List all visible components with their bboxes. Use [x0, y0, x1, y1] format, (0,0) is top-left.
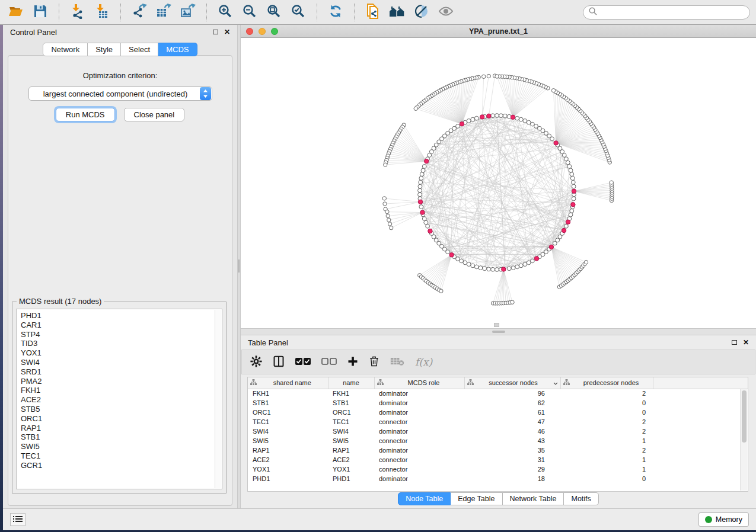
table-row[interactable]: TEC1TEC1connector472	[248, 417, 748, 427]
network-leaf-node[interactable]	[388, 222, 391, 226]
table-cell[interactable]: dominator	[374, 389, 464, 398]
memory-button[interactable]: Memory	[698, 512, 749, 527]
import-network-button[interactable]	[68, 2, 88, 23]
table-cell[interactable]: 62	[464, 398, 560, 408]
network-node[interactable]	[460, 259, 464, 263]
network-leaf-node[interactable]	[386, 214, 390, 217]
tab-network-table[interactable]: Network Table	[503, 492, 564, 505]
table-row[interactable]: ORC1ORC1dominator610	[248, 408, 748, 417]
network-node[interactable]	[519, 117, 523, 121]
network-hub-node[interactable]	[572, 189, 576, 193]
column-header-successor-nodes[interactable]: successor nodes	[464, 377, 560, 389]
canvas-resize-handle[interactable]	[494, 323, 499, 327]
close-panel-icon[interactable]: ✕	[743, 339, 749, 346]
close-panel-button[interactable]: Close panel	[124, 108, 185, 121]
network-node[interactable]	[419, 177, 423, 181]
table-cell[interactable]: 43	[464, 436, 560, 446]
table-cell[interactable]: 1	[560, 464, 653, 474]
table-cell[interactable]: ACE2	[328, 455, 374, 464]
table-cell[interactable]: 1	[560, 436, 653, 446]
mcds-result-item[interactable]: SWI4	[21, 358, 222, 367]
column-header-name[interactable]: name	[328, 377, 374, 389]
network-node[interactable]	[527, 120, 531, 124]
network-hub-node[interactable]	[511, 115, 515, 119]
mcds-result-item[interactable]: ORC1	[21, 414, 222, 424]
network-node[interactable]	[467, 262, 471, 267]
mcds-result-item[interactable]: TID3	[21, 339, 222, 348]
save-session-button[interactable]	[30, 2, 50, 23]
table-cell[interactable]: 2	[560, 446, 653, 455]
table-cell[interactable]: ORC1	[328, 408, 374, 417]
network-node[interactable]	[471, 264, 475, 268]
column-header-shared-name[interactable]: shared name	[248, 377, 328, 389]
network-node[interactable]	[456, 257, 460, 261]
mcds-result-item[interactable]: TEC1	[21, 451, 222, 461]
column-layout-icon[interactable]	[273, 355, 285, 369]
table-cell[interactable]: 1	[560, 455, 653, 464]
network-node[interactable]	[567, 165, 572, 169]
import-table-button[interactable]	[92, 2, 112, 23]
select-all-icon[interactable]	[295, 357, 311, 367]
table-cell[interactable]: 29	[464, 464, 560, 474]
table-cell[interactable]: 18	[464, 474, 560, 483]
network-leaf-node[interactable]	[383, 202, 387, 206]
network-node[interactable]	[463, 261, 467, 265]
network-node[interactable]	[523, 262, 527, 267]
table-cell[interactable]: 96	[464, 389, 560, 398]
network-hub-node[interactable]	[418, 200, 422, 204]
network-node[interactable]	[572, 197, 576, 201]
network-node[interactable]	[531, 259, 535, 263]
tab-node-table[interactable]: Node Table	[398, 492, 451, 505]
network-node[interactable]	[422, 217, 426, 221]
tab-mcds[interactable]: MCDS	[158, 43, 197, 56]
network-node[interactable]	[446, 250, 450, 254]
deselect-all-icon[interactable]	[321, 357, 337, 367]
table-cell[interactable]: STB1	[328, 398, 374, 408]
network-hub-node[interactable]	[428, 229, 432, 233]
network-leaf-node[interactable]	[439, 289, 443, 293]
table-cell[interactable]: 0	[560, 474, 653, 483]
table-row[interactable]: SWI4SWI4dominator462	[248, 427, 748, 436]
network-hub-node[interactable]	[480, 115, 484, 119]
network-node[interactable]	[515, 265, 519, 269]
tab-motifs[interactable]: Motifs	[564, 492, 598, 505]
table-cell[interactable]: TEC1	[328, 417, 374, 427]
network-hub-node[interactable]	[534, 257, 538, 261]
network-node[interactable]	[418, 188, 422, 193]
column-header-predecessor-nodes[interactable]: predecessor nodes	[560, 377, 653, 389]
table-cell[interactable]: 2	[560, 427, 653, 436]
table-cell[interactable]: 31	[464, 455, 560, 464]
table-cell[interactable]: 2	[560, 417, 653, 427]
tab-edge-table[interactable]: Edge Table	[451, 492, 502, 505]
network-node[interactable]	[511, 266, 515, 270]
mcds-result-item[interactable]: STB1	[21, 432, 222, 442]
float-panel-icon[interactable]	[213, 30, 218, 34]
table-row[interactable]: FKH1FKH1dominator962	[248, 389, 748, 398]
table-cell[interactable]: ORC1	[248, 408, 328, 417]
column-header-MCDS-role[interactable]: MCDS role	[374, 377, 464, 389]
network-node[interactable]	[570, 172, 574, 177]
tab-select[interactable]: Select	[121, 43, 158, 56]
network-node[interactable]	[503, 114, 507, 118]
network-node[interactable]	[420, 172, 424, 177]
network-node[interactable]	[426, 224, 430, 228]
table-cell[interactable]: connector	[374, 455, 464, 464]
zoom-out-button[interactable]	[240, 2, 260, 23]
mcds-result-item[interactable]: RAP1	[21, 424, 222, 433]
sort-chevron-icon[interactable]	[553, 379, 558, 386]
horizontal-splitter[interactable]	[241, 328, 756, 335]
mcds-result-item[interactable]: STP4	[21, 330, 222, 339]
network-node[interactable]	[491, 114, 495, 118]
network-leaf-node[interactable]	[414, 107, 417, 110]
table-cell[interactable]: FKH1	[248, 389, 328, 398]
network-hub-node[interactable]	[460, 122, 464, 126]
network-node[interactable]	[491, 267, 495, 271]
mcds-result-item[interactable]: SRD1	[21, 367, 222, 377]
table-row[interactable]: STB1STB1dominator620	[248, 398, 748, 408]
network-node[interactable]	[569, 213, 573, 217]
network-node[interactable]	[421, 168, 425, 172]
network-node[interactable]	[467, 119, 471, 123]
table-row[interactable]: RAP1RAP1dominator352	[248, 446, 748, 455]
network-node[interactable]	[531, 122, 535, 126]
network-hub-node[interactable]	[449, 253, 454, 257]
